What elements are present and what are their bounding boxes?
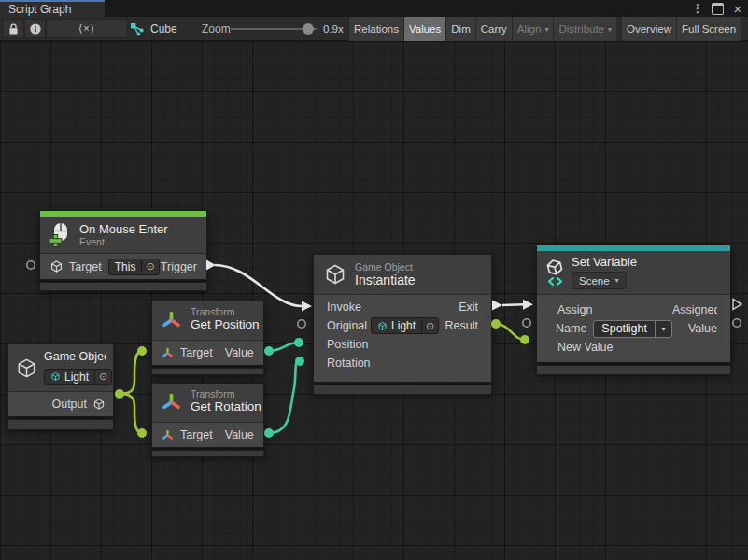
script-graph-icon <box>130 22 145 36</box>
tab-script-graph[interactable]: Script Graph <box>0 0 105 17</box>
assign-flow-port[interactable] <box>523 300 533 310</box>
node-footer <box>536 365 731 375</box>
trigger-port-label: Trigger <box>161 260 197 273</box>
target-object-field[interactable]: This ⊙ <box>108 259 160 275</box>
output-port-label: Output <box>51 398 87 411</box>
node-category: Game Object <box>355 261 416 273</box>
cube-icon <box>323 262 347 287</box>
transform-axis-icon <box>160 309 183 332</box>
zoom-label: Zoom <box>202 17 231 41</box>
node-title: Set Variable <box>572 255 637 269</box>
newvalue-input-port[interactable] <box>520 335 529 344</box>
node-title: Get Rotation <box>191 399 261 413</box>
graph-toolbar: ⟨×⟩ Cube Zoom 0.9x Relations Values <box>0 17 748 41</box>
graph-name: Cube <box>150 22 177 35</box>
wire-exit-to-assign <box>502 304 523 305</box>
node-get-position[interactable]: Transform Get Position Target <box>151 301 264 375</box>
tab-title: Script Graph <box>0 3 71 16</box>
name-input-port[interactable] <box>523 319 530 327</box>
getrotation-target-port[interactable] <box>137 428 147 438</box>
object-picker-icon[interactable]: ⊙ <box>141 260 158 273</box>
wire-output-to-getposition-target <box>120 351 142 394</box>
overview-button[interactable]: Overview <box>621 17 676 41</box>
rotation-input-port[interactable] <box>295 357 304 366</box>
distribute-dropdown[interactable]: Distribute ▾ <box>553 17 616 41</box>
info-icon <box>29 22 42 35</box>
dim-button[interactable]: Dim <box>445 17 474 41</box>
zoom-slider-knob[interactable] <box>303 23 314 35</box>
original-input-port[interactable] <box>298 320 305 328</box>
graph-reference[interactable]: Cube <box>130 17 177 41</box>
carry-button[interactable]: Carry <box>475 17 512 41</box>
assigned-flow-port[interactable] <box>733 300 741 310</box>
node-get-rotation[interactable]: Transform Get Rotation Target <box>151 383 264 457</box>
node-footer <box>151 450 264 457</box>
mouse-enter-icon <box>48 221 72 247</box>
node-set-variable[interactable]: Set Variable Scene ▾ Assign Assigned Nam… <box>536 245 731 375</box>
node-title: On Mouse Enter <box>79 222 168 236</box>
node-game-object-literal[interactable]: Game Object Light <box>7 343 114 430</box>
overflow-menu-icon[interactable]: ⋮ <box>691 0 704 17</box>
node-footer <box>7 419 114 430</box>
object-picker-icon[interactable]: ⊙ <box>421 320 438 332</box>
cube-icon <box>49 259 64 273</box>
lock-button[interactable] <box>3 19 24 38</box>
chevron-down-icon: ▾ <box>544 25 548 34</box>
value-port-label: Value <box>688 322 717 335</box>
rotation-port-label: Rotation <box>327 357 371 370</box>
align-dropdown[interactable]: Align ▾ <box>512 17 554 41</box>
relations-button[interactable]: Relations <box>348 17 403 41</box>
variable-name-dropdown[interactable]: Spotlight ▾ <box>593 320 672 338</box>
getposition-target-port[interactable] <box>137 346 147 356</box>
toolbar-toggle-group: Relations Values Dim Carry Align ▾ Distr… <box>348 17 748 41</box>
chevron-down-icon: ▾ <box>615 276 619 285</box>
transform-axis-icon <box>160 391 183 414</box>
value-port-label: Value <box>225 428 254 441</box>
fullscreen-button[interactable]: Full Screen <box>676 17 741 41</box>
node-on-mouse-enter[interactable]: On Mouse Enter Event Target This <box>39 210 207 291</box>
object-picker-icon[interactable]: ⊙ <box>94 371 111 383</box>
value-output-port[interactable] <box>733 319 741 327</box>
transform-axis-icon <box>162 347 174 359</box>
value-port-label: Value <box>225 346 254 359</box>
wire-result-to-newvalue <box>496 324 525 340</box>
position-input-port[interactable] <box>294 338 303 347</box>
chevron-down-icon[interactable]: ▾ <box>655 321 671 337</box>
gameobject-icon <box>50 371 61 382</box>
onmouseenter-target-port[interactable] <box>27 261 35 269</box>
output-value-port[interactable] <box>115 389 124 399</box>
result-port-label: Result <box>445 319 478 332</box>
info-button[interactable] <box>24 19 46 38</box>
code-view-button[interactable]: ⟨×⟩ <box>46 19 128 38</box>
lock-icon <box>7 22 20 35</box>
node-title: Get Position <box>191 317 260 331</box>
cube-icon <box>15 357 38 380</box>
node-footer <box>39 282 207 291</box>
exit-flow-port[interactable] <box>492 301 502 311</box>
node-footer <box>151 368 264 375</box>
maximize-icon[interactable] <box>708 0 727 17</box>
trigger-flow-port[interactable] <box>206 260 216 271</box>
variable-brackets-icon <box>547 277 563 286</box>
close-icon[interactable]: × <box>728 0 747 17</box>
exit-port-label: Exit <box>459 301 478 314</box>
original-object-field[interactable]: Light ⊙ <box>371 317 439 334</box>
object-value-field[interactable]: Light ⊙ <box>44 369 112 385</box>
invoke-flow-port[interactable] <box>302 301 312 312</box>
wire-getrotation-value-to-rotation <box>269 361 300 433</box>
assign-port-label: Assign <box>557 303 592 316</box>
graph-canvas[interactable]: On Mouse Enter Event Target This <box>0 41 748 560</box>
getrotation-value-port[interactable] <box>264 428 274 438</box>
result-value-port[interactable] <box>491 319 501 329</box>
values-button[interactable]: Values <box>403 17 445 41</box>
invoke-port-label: Invoke <box>327 301 361 314</box>
node-title: Instantiate <box>355 273 416 287</box>
node-instantiate[interactable]: Game Object Instantiate Invoke Exit Orig… <box>313 254 492 395</box>
node-title: Game Object <box>44 350 106 363</box>
variable-scope-dropdown[interactable]: Scene ▾ <box>572 272 627 289</box>
getposition-value-port[interactable] <box>264 346 274 356</box>
transform-axis-icon <box>162 429 174 441</box>
cube-icon <box>92 398 106 411</box>
node-footer <box>313 385 492 395</box>
name-port-label: Name <box>556 322 586 335</box>
